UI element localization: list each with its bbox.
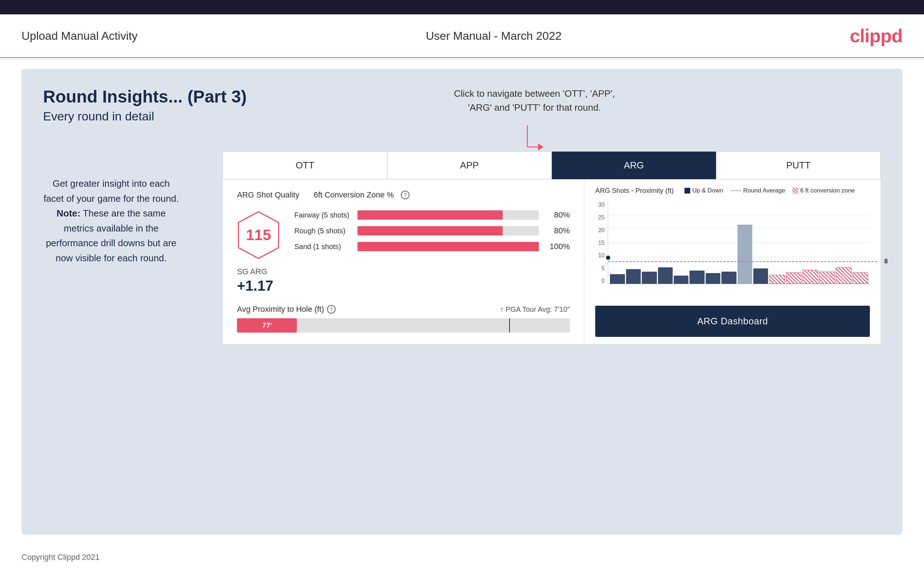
nav-hint-line1: Click to navigate between 'OTT', 'APP', [454,87,615,101]
bar-5 [674,276,688,284]
sand-label: Sand (1 shots) [294,243,352,251]
bar-4 [658,268,673,284]
main-content: Round Insights... (Part 3) Every round i… [21,69,903,535]
sand-bar-container [357,242,539,251]
bar-3 [642,272,656,284]
panel-body: ARG Shot Quality 6ft Conversion Zone % ?… [223,180,880,344]
legend-round-avg: Round Average [730,187,785,194]
tab-putt[interactable]: PUTT [716,152,880,179]
top-bar [0,0,924,15]
chart-inner: 8 [608,202,870,284]
legend-round-avg-label: Round Average [743,187,785,194]
bar-2 [626,269,641,284]
shot-row-rough: Rough (5 shots) 80% [294,226,570,235]
tab-app[interactable]: APP [387,152,552,179]
sg-section: SG ARG +1.17 [237,267,570,294]
proximity-pga: ↑ PGA Tour Avg: 7'10" [500,305,570,314]
legend-box-dark [685,188,690,193]
hex-number: 115 [246,227,271,244]
tab-ott[interactable]: OTT [223,152,387,179]
conversion-zone-label: 6ft Conversion Zone % [314,190,394,200]
sg-label: SG ARG [237,267,570,276]
legend-hatched-box [792,188,798,193]
ref-dot [606,256,610,260]
proximity-bar-fill: 77' [237,318,297,333]
chart-title: ARG Shots - Proximity (ft) [595,187,674,195]
bar-h1 [769,275,785,284]
rough-bar [357,226,503,235]
nav-hint: Click to navigate between 'OTT', 'APP', … [454,87,615,161]
footer: Copyright Clippd 2021 [0,545,924,569]
y-label-15: 15 [595,240,606,246]
chart-area: 0 5 10 15 20 25 30 [595,202,870,295]
fairway-bar [357,210,503,220]
bar-10 [753,268,768,284]
legend-dashed-line [730,190,741,191]
legend-conversion: 6 ft conversion zone [792,187,855,194]
proximity-header: Avg Proximity to Hole (ft) ? ↑ PGA Tour … [237,305,570,314]
bar-9-tall [738,225,752,284]
fairway-pct: 80% [544,210,570,220]
fairway-bar-container [357,210,539,220]
left-panel: ARG Shot Quality 6ft Conversion Zone % ?… [223,180,585,344]
svg-marker-2 [538,143,544,150]
bar-h3 [803,270,818,284]
legend-up-down: Up & Down [685,187,723,194]
shot-row-sand: Sand (1 shots) 100% [294,242,570,251]
rough-label: Rough (5 shots) [294,227,352,235]
cursor-line [509,318,510,333]
bar-h4 [819,272,835,284]
bar-8 [721,272,736,284]
y-label-10: 10 [595,252,606,259]
logo: clippd [850,25,903,47]
sand-pct: 100% [544,242,570,251]
legend-up-down-label: Up & Down [692,187,723,194]
shot-quality-list: Fairway (5 shots) 80% Rough (5 shots) [294,210,570,258]
shot-row-fairway: Fairway (5 shots) 80% [294,210,570,220]
bar-h6 [853,272,868,284]
y-label-20: 20 [595,227,606,234]
sg-value: +1.17 [237,278,570,294]
rough-pct: 80% [544,226,570,235]
tab-arg[interactable]: ARG [552,152,716,179]
fairway-label: Fairway (5 shots) [294,211,352,219]
manual-date: User Manual - March 2022 [426,29,562,43]
left-desc-intro: Get greater insight into each facet of y… [44,178,179,204]
bar-7 [706,273,720,284]
left-desc-note-label: Note: [57,208,80,219]
chart-header: ARG Shots - Proximity (ft) Up & Down Rou… [595,187,870,195]
help-icon[interactable]: ? [401,191,409,199]
arg-dashboard-button[interactable]: ARG Dashboard [595,306,870,337]
copyright: Copyright Clippd 2021 [21,553,100,562]
dashboard-panel: OTT APP ARG PUTT ARG Shot Quality 6ft Co… [222,151,881,345]
arg-shot-quality-label: ARG Shot Quality [237,190,299,200]
upload-label: Upload Manual Activity [21,29,138,43]
proximity-label: Avg Proximity to Hole (ft) [237,305,324,314]
proximity-bar-container: 77' [237,318,570,333]
bar-1 [610,274,625,284]
proximity-title: Avg Proximity to Hole (ft) ? [237,305,336,314]
y-label-0: 0 [595,278,606,284]
y-label-5: 5 [595,265,606,272]
left-description: Get greater insight into each facet of y… [43,176,179,266]
proximity-help-icon[interactable]: ? [327,305,336,314]
ref-label: 8 [884,258,888,265]
proximity-section: Avg Proximity to Hole (ft) ? ↑ PGA Tour … [237,305,570,333]
bar-h5 [836,268,851,284]
hex-container: 115 Fairway (5 shots) 80% Rough (5 sho [237,210,570,260]
right-panel: ARG Shots - Proximity (ft) Up & Down Rou… [585,180,880,344]
ref-line: 8 [608,261,877,262]
nav-hint-line2: 'ARG' and 'PUTT' for that round. [454,101,615,115]
header: Upload Manual Activity User Manual - Mar… [0,15,924,58]
legend-conversion-label: 6 ft conversion zone [800,187,855,194]
hexagon-badge: 115 [237,210,280,260]
bar-h2 [786,272,801,284]
panel-header: ARG Shot Quality 6ft Conversion Zone % ? [237,190,570,200]
bar-6 [690,271,704,284]
y-label-30: 30 [595,202,606,208]
y-label-25: 25 [595,214,606,221]
sand-bar [357,242,539,251]
rough-bar-container [357,226,539,235]
tabs-container: OTT APP ARG PUTT [223,152,880,180]
